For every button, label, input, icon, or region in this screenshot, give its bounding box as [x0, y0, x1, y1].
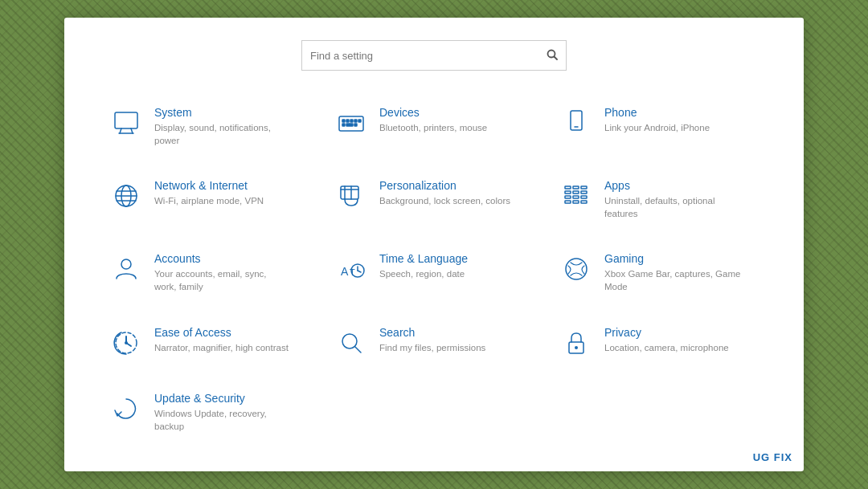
setting-title-privacy: Privacy — [604, 326, 729, 339]
setting-item-system[interactable]: System Display, sound, notifications, po… — [96, 95, 321, 158]
svg-line-43 — [358, 271, 361, 272]
setting-desc-apps: Uninstall, defaults, optional features — [604, 194, 741, 220]
svg-point-38 — [121, 259, 131, 269]
setting-desc-search: Find my files, permissions — [379, 341, 485, 354]
setting-title-time: Time & Language — [379, 252, 468, 265]
setting-title-apps: Apps — [604, 179, 741, 192]
ease-icon — [109, 326, 143, 360]
svg-rect-32 — [565, 201, 571, 203]
svg-rect-8 — [346, 120, 349, 122]
setting-desc-system: Display, sound, notifications, power — [154, 121, 291, 147]
setting-title-system: System — [154, 106, 291, 119]
svg-line-3 — [120, 128, 121, 133]
setting-text-phone: Phone Link your Android, iPhone — [604, 106, 710, 134]
svg-rect-30 — [565, 196, 571, 198]
setting-title-search: Search — [379, 326, 485, 339]
setting-text-search: Search Find my files, permissions — [379, 326, 485, 354]
xbox-icon — [559, 252, 593, 286]
setting-item-devices[interactable]: Devices Bluetooth, printers, mouse — [321, 95, 547, 158]
setting-item-update[interactable]: Update & Security Windows Update, recove… — [96, 381, 321, 444]
svg-line-1 — [555, 56, 558, 59]
search-bar[interactable] — [301, 40, 567, 71]
svg-line-4 — [131, 128, 133, 133]
setting-title-update: Update & Security — [154, 392, 291, 405]
setting-title-devices: Devices — [379, 106, 487, 119]
setting-item-privacy[interactable]: Privacy Location, camera, microphone — [547, 315, 772, 371]
setting-item-search[interactable]: Search Find my files, permissions — [321, 315, 547, 371]
setting-title-personalization: Personalization — [379, 179, 510, 192]
apps-icon — [559, 179, 593, 213]
svg-line-48 — [355, 347, 361, 352]
svg-point-47 — [342, 334, 357, 348]
setting-item-gaming[interactable]: Gaming Xbox Game Bar, captures, Game Mod… — [547, 241, 772, 304]
svg-rect-31 — [573, 196, 579, 198]
svg-point-44 — [566, 259, 587, 279]
svg-rect-33 — [573, 201, 579, 203]
svg-rect-26 — [565, 186, 571, 189]
globe-icon — [109, 179, 143, 213]
setting-text-ease: Ease of Access Narrator, magnifier, high… — [154, 326, 289, 354]
setting-text-personalization: Personalization Background, lock screen,… — [379, 179, 510, 207]
setting-text-system: System Display, sound, notifications, po… — [154, 106, 291, 147]
person-icon — [109, 252, 143, 286]
lock-icon — [559, 326, 593, 360]
setting-item-ease[interactable]: Ease of Access Narrator, magnifier, high… — [96, 315, 321, 371]
search-input[interactable] — [310, 50, 547, 62]
svg-point-50 — [575, 346, 578, 349]
svg-rect-22 — [341, 186, 358, 199]
setting-desc-ease: Narrator, magnifier, high contrast — [154, 341, 289, 354]
setting-text-time: Time & Language Speech, region, date — [379, 252, 468, 280]
svg-rect-7 — [342, 120, 345, 122]
update-icon — [109, 392, 143, 426]
setting-text-apps: Apps Uninstall, defaults, optional featu… — [604, 179, 741, 220]
setting-item-phone[interactable]: Phone Link your Android, iPhone — [547, 95, 772, 158]
setting-desc-devices: Bluetooth, printers, mouse — [379, 121, 487, 134]
svg-rect-27 — [573, 186, 579, 189]
svg-rect-36 — [581, 196, 587, 198]
setting-text-devices: Devices Bluetooth, printers, mouse — [379, 106, 487, 134]
clock-icon: AT — [334, 252, 368, 286]
svg-rect-29 — [573, 191, 579, 194]
setting-desc-phone: Link your Android, iPhone — [604, 121, 710, 134]
setting-item-accounts[interactable]: Accounts Your accounts, email, sync, wor… — [96, 241, 321, 304]
setting-item-time[interactable]: AT Time & Language Speech, region, date — [321, 241, 547, 304]
setting-title-ease: Ease of Access — [154, 326, 289, 339]
setting-item-network[interactable]: Network & Internet Wi-Fi, airplane mode,… — [96, 168, 321, 231]
svg-rect-9 — [350, 120, 353, 122]
svg-rect-2 — [115, 112, 137, 128]
setting-desc-privacy: Location, camera, microphone — [604, 341, 729, 354]
watermark: UG FIX — [753, 451, 792, 463]
svg-rect-37 — [581, 201, 587, 203]
svg-rect-10 — [354, 120, 357, 122]
brush-icon — [334, 179, 368, 213]
svg-rect-14 — [358, 120, 361, 122]
svg-rect-13 — [354, 124, 357, 126]
setting-title-accounts: Accounts — [154, 252, 291, 265]
search-icon — [334, 326, 368, 360]
svg-rect-12 — [346, 124, 353, 126]
keyboard-icon — [334, 106, 368, 140]
phone-icon — [559, 106, 593, 140]
monitor-icon — [109, 106, 143, 140]
setting-text-update: Update & Security Windows Update, recove… — [154, 392, 291, 433]
setting-desc-personalization: Background, lock screen, colors — [379, 194, 510, 207]
setting-title-gaming: Gaming — [604, 252, 741, 265]
setting-text-privacy: Privacy Location, camera, microphone — [604, 326, 729, 354]
svg-text:A: A — [341, 265, 349, 278]
setting-text-gaming: Gaming Xbox Game Bar, captures, Game Mod… — [604, 252, 741, 293]
svg-rect-35 — [581, 191, 587, 194]
search-icon — [547, 49, 558, 63]
setting-desc-network: Wi-Fi, airplane mode, VPN — [154, 194, 264, 207]
setting-item-personalization[interactable]: Personalization Background, lock screen,… — [321, 168, 547, 231]
setting-item-apps[interactable]: Apps Uninstall, defaults, optional featu… — [547, 168, 772, 231]
settings-grid: System Display, sound, notifications, po… — [96, 95, 772, 444]
setting-desc-gaming: Xbox Game Bar, captures, Game Mode — [604, 267, 741, 293]
svg-rect-28 — [565, 191, 571, 194]
setting-text-accounts: Accounts Your accounts, email, sync, wor… — [154, 252, 291, 293]
svg-rect-11 — [342, 124, 345, 126]
settings-panel: System Display, sound, notifications, po… — [64, 18, 804, 471]
setting-text-network: Network & Internet Wi-Fi, airplane mode,… — [154, 179, 264, 207]
setting-desc-time: Speech, region, date — [379, 267, 468, 280]
setting-title-network: Network & Internet — [154, 179, 264, 192]
setting-desc-accounts: Your accounts, email, sync, work, family — [154, 267, 291, 293]
